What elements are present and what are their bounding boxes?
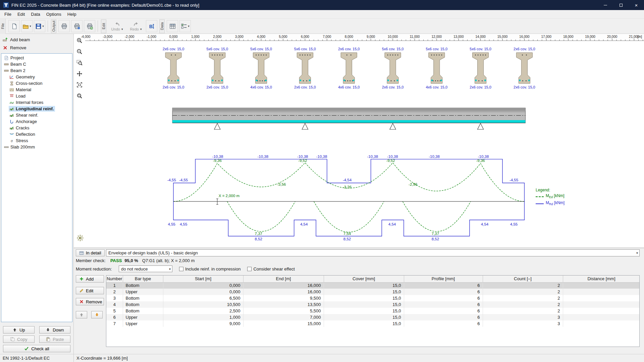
sidebar-item-load[interactable]: Load xyxy=(9,93,27,99)
sidebar-item-cracks[interactable]: Cracks xyxy=(9,125,31,131)
tree-item-label: Beam C xyxy=(10,62,26,67)
zoom-out-button[interactable] xyxy=(75,47,84,56)
svg-text:1,000: 1,000 xyxy=(191,35,200,39)
print-settings-button[interactable] xyxy=(84,20,95,32)
column-header[interactable]: Start [m] xyxy=(163,276,243,282)
sidebar-item-project[interactable]: Project xyxy=(3,55,25,61)
column-header[interactable]: Distance [mm] xyxy=(563,276,640,282)
column-header[interactable]: Number xyxy=(106,276,123,282)
reinforcement-table[interactable]: NumberBar typeStart [m]End [m]Cover [mm]… xyxy=(106,275,640,347)
sidebar-item-beam-2[interactable]: Beam 2 xyxy=(3,68,27,73)
sidebar-item-shear-reinf-[interactable]: Shear reinf. xyxy=(9,112,40,118)
table-cell xyxy=(563,314,640,320)
zoom-window-button[interactable] xyxy=(75,58,84,67)
paste-button[interactable]: Paste xyxy=(39,336,71,343)
zoom-in-button[interactable] xyxy=(75,36,84,45)
renumber-bars-button[interactable]: B xyxy=(146,20,157,32)
open-folder-icon xyxy=(22,23,29,29)
remove-row-button[interactable]: Remove xyxy=(76,298,104,305)
table-row[interactable]: 5Bottom2,5005,50015,062 xyxy=(106,308,640,314)
table-cell: 10,500 xyxy=(163,301,243,308)
add-row-button[interactable]: Add xyxy=(76,275,104,283)
redo-button[interactable]: Redo▾ xyxy=(127,19,145,33)
svg-text:7,000: 7,000 xyxy=(323,35,331,39)
new-document-button[interactable] xyxy=(8,20,20,32)
moment-reduction-select[interactable]: do not reduce ▾ xyxy=(119,265,172,272)
toolbar-output-group[interactable]: Output xyxy=(51,19,56,33)
menu-data[interactable]: Data xyxy=(28,10,43,18)
settings-gear-button[interactable] xyxy=(76,234,85,242)
data-check-button[interactable]: ▾ xyxy=(179,20,191,32)
column-header[interactable]: Profile [mm] xyxy=(404,276,483,282)
move-down-button[interactable]: Down xyxy=(39,326,71,334)
open-button[interactable]: ▾ xyxy=(21,20,33,32)
in-detail-button[interactable]: In detail xyxy=(76,249,105,256)
remove-beam-button[interactable]: Remove xyxy=(0,44,73,52)
svg-text:4,000: 4,000 xyxy=(257,35,265,39)
sidebar-item-slab-200mm[interactable]: Slab 200mm xyxy=(3,144,36,150)
zoom-fit-button[interactable] xyxy=(75,80,84,89)
tree-item-label: Longitudinal reinf. xyxy=(16,106,54,111)
column-header[interactable]: Bar type xyxy=(123,276,163,282)
include-reinf-compression-checkbox[interactable]: Include reinf. in compression xyxy=(179,266,240,272)
consider-shear-effect-checkbox[interactable]: Consider shear effect xyxy=(247,266,294,272)
table-row[interactable]: 7Upper9,00015,00015,063 xyxy=(106,320,640,327)
undo-button[interactable]: Undo▾ xyxy=(108,19,126,33)
table-row[interactable]: 1Bottom0,00016,00015,062 xyxy=(106,282,640,289)
sidebar-item-material[interactable]: Material xyxy=(9,87,33,93)
svg-text:8,000: 8,000 xyxy=(345,35,353,39)
move-up-button[interactable]: Up xyxy=(3,326,35,334)
column-header[interactable]: Count [–] xyxy=(483,276,563,282)
tree-item-label: Load xyxy=(16,94,25,99)
svg-text:4,55: 4,55 xyxy=(510,222,518,226)
arrow-up-icon xyxy=(79,312,84,317)
toolbar-data-group[interactable]: Data xyxy=(159,19,165,33)
zoom-selection-button[interactable] xyxy=(75,92,84,100)
print-preview-button[interactable] xyxy=(71,20,83,32)
table-cell: Upper xyxy=(123,320,163,327)
svg-text:0,000: 0,000 xyxy=(169,35,177,39)
menu-file[interactable]: File xyxy=(1,10,14,18)
print-document-button[interactable] xyxy=(58,20,70,32)
table-row[interactable]: 3Bottom6,5009,50015,062 xyxy=(106,295,640,301)
pan-button[interactable] xyxy=(75,69,84,78)
sidebar-item-stress[interactable]: σStress xyxy=(9,138,30,143)
column-header[interactable]: Cover [mm] xyxy=(324,276,404,282)
sidebar-item-beam-c[interactable]: Beam C xyxy=(3,61,28,67)
sidebar-item-cross-section[interactable]: Cross-section xyxy=(9,80,44,86)
sidebar-item-deflection[interactable]: Deflection xyxy=(9,131,37,137)
svg-text:-4,55: -4,55 xyxy=(167,178,176,182)
menu-edit[interactable]: Edit xyxy=(14,10,28,18)
data-table-button[interactable] xyxy=(167,20,178,32)
table-cell: 6 xyxy=(404,295,483,301)
svg-text:6,000: 6,000 xyxy=(301,35,309,39)
plus-icon xyxy=(79,277,84,281)
minimize-button[interactable] xyxy=(598,0,613,10)
copy-button[interactable]: Copy xyxy=(3,336,35,343)
sidebar-item-geometry[interactable]: Geometry xyxy=(9,74,36,80)
table-row[interactable]: 2Upper0,00016,00015,062 xyxy=(106,289,640,295)
load-case-select[interactable]: Envelope of design loads (ULS) - basic d… xyxy=(106,249,640,256)
menu-options[interactable]: Options xyxy=(43,10,64,18)
drawing-canvas[interactable]: -4,000-3,000-2,000-1,0000,0001,0002,0003… xyxy=(74,34,644,248)
svg-text:-1,000: -1,000 xyxy=(147,35,156,39)
table-row[interactable]: 6Upper1,0007,00015,063 xyxy=(106,314,640,320)
move-row-up-button[interactable] xyxy=(76,311,87,318)
sidebar-item-longitudinal-reinf-[interactable]: Longitudinal reinf. xyxy=(9,106,55,112)
table-row[interactable]: 4Bottom10,50013,50015,062 xyxy=(106,301,640,308)
toolbar-file-tab[interactable]: File xyxy=(0,19,6,34)
menu-help[interactable]: Help xyxy=(64,10,79,18)
sidebar-item-internal-forces[interactable]: Internal forces xyxy=(9,100,45,105)
save-button[interactable]: ▾ xyxy=(34,20,45,32)
maximize-button[interactable] xyxy=(613,0,629,10)
svg-text:2x6 cov. 15,0: 2x6 cov. 15,0 xyxy=(206,85,228,89)
toolbar-edit-group[interactable]: Edit xyxy=(101,19,106,33)
column-header[interactable]: End [m] xyxy=(243,276,324,282)
close-button[interactable]: × xyxy=(629,0,644,10)
move-row-down-button[interactable] xyxy=(91,311,103,318)
add-beam-button[interactable]: Add beam xyxy=(0,36,73,44)
maximize-icon xyxy=(620,4,623,7)
check-all-button[interactable]: Check all xyxy=(3,345,70,352)
sidebar-item-anchorage[interactable]: Anchorage xyxy=(9,119,38,124)
edit-row-button[interactable]: Edit xyxy=(76,287,104,294)
